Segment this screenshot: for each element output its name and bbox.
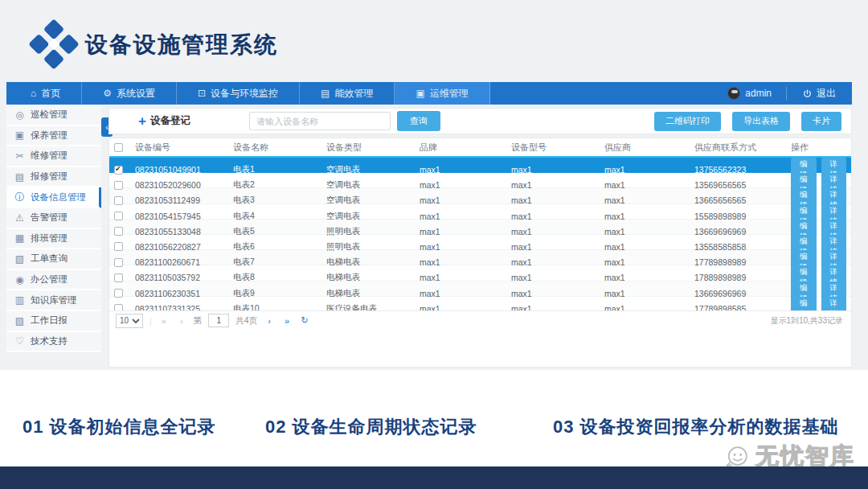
total-pages-label: 共4页 (235, 315, 257, 327)
sidebar-item-daily-report[interactable]: ▨ 工作日报 (6, 311, 101, 332)
table-row[interactable]: 08231105035792 电表8 电梯电表 max1 max1 max1 1… (109, 265, 851, 281)
sidebar-item-knowledge-base[interactable]: ▥ 知识库管理 (6, 290, 101, 311)
feature-caption-2: 02 设备生命周期状态记录 (265, 415, 477, 439)
cell-device-type: 空调电表 (326, 164, 420, 175)
table-row[interactable]: 08231107331325 电表10 医疗设备电表 max1 max1 max… (109, 297, 851, 312)
nav-tab-icon: ▤ (321, 88, 330, 99)
table-row[interactable]: 08231054157945 电表4 空调电表 max1 max1 max1 1… (109, 204, 851, 220)
refresh-icon[interactable]: ↻ (299, 315, 310, 326)
toolbar-actions: 二维码打印 导出表格 卡片 (654, 112, 841, 131)
device-name-search-input[interactable] (249, 112, 391, 130)
row-checkbox[interactable] (114, 196, 123, 205)
sidebar-item-icon: ♡ (14, 335, 25, 347)
qrcode-print-button[interactable]: 二维码打印 (654, 112, 721, 131)
sidebar-item-label: 设备信息管理 (31, 191, 86, 203)
row-checkbox[interactable] (114, 212, 123, 220)
col-supplier-contact: 供应商联系方式 (694, 142, 791, 154)
last-page-button[interactable]: » (281, 316, 293, 326)
page-number-input[interactable] (208, 314, 229, 327)
feature-number: 01 (23, 417, 43, 437)
cell-device-id: 08231052029600 (135, 180, 233, 190)
sidebar-item-workorder-query[interactable]: ▧ 工单查询 (6, 249, 101, 270)
col-model: 设备型号 (511, 142, 604, 154)
query-button[interactable]: 查询 (397, 111, 440, 131)
cell-model: max1 (511, 165, 604, 175)
sidebar-item-label: 排班管理 (31, 232, 68, 244)
col-actions: 操作 (791, 142, 846, 154)
sidebar-item-repair-report[interactable]: ▤ 报修管理 (6, 167, 101, 188)
cell-device-name: 电表7 (233, 257, 326, 268)
cell-device-name: 电表6 (233, 241, 326, 253)
col-device-name: 设备名称 (233, 142, 326, 154)
cell-device-type: 照明电表 (326, 241, 420, 253)
nav-tab-label: 设备与环境监控 (211, 87, 278, 101)
row-checkbox[interactable] (114, 242, 123, 251)
cell-supplier: max1 (604, 242, 694, 252)
cell-device-type: 电梯电表 (326, 288, 420, 299)
feature-label: 设备投资回报率分析的数据基础 (580, 417, 839, 437)
row-checkbox[interactable] (114, 181, 123, 190)
nav-tab-label: 运维管理 (430, 87, 469, 101)
cell-brand: max1 (420, 180, 511, 190)
table-row[interactable]: 08231051049901 电表1 空调电表 max1 max1 max1 1… (109, 158, 851, 173)
cell-device-type: 空调电表 (326, 195, 420, 206)
table-row[interactable]: 08231052029600 电表2 空调电表 max1 max1 max1 1… (109, 173, 851, 188)
device-table: 设备编号 设备名称 设备类型 品牌 设备型号 供应商 供应商联系方式 操作 08… (108, 138, 852, 368)
table-row[interactable]: 08231055133048 电表5 照明电表 max1 max1 max1 1… (109, 220, 851, 235)
user-menu[interactable]: admin (713, 87, 786, 100)
sidebar-item-scheduling[interactable]: ▦ 排班管理 (6, 229, 101, 250)
sidebar-item-label: 报修管理 (31, 171, 68, 183)
sidebar-item-office[interactable]: ◉ 办公管理 (6, 270, 101, 291)
sidebar-item-upkeep[interactable]: ▣ 保养管理 (6, 126, 101, 147)
page-size-select[interactable]: 10 (116, 314, 143, 328)
nav-tab-ops-mgmt[interactable]: ▣ 运维管理 (395, 82, 489, 105)
row-checkbox[interactable] (114, 227, 123, 236)
nav-tab-label: 能效管理 (334, 87, 373, 101)
sidebar-item-alarm[interactable]: ⚠ 告警管理 (6, 208, 101, 229)
row-checkbox[interactable] (114, 166, 123, 175)
table-header-row: 设备编号 设备名称 设备类型 品牌 设备型号 供应商 供应商联系方式 操作 (109, 138, 851, 158)
app-logo-icon (29, 19, 79, 69)
table-row[interactable]: 08231056220827 电表6 照明电表 max1 max1 max1 1… (109, 235, 851, 250)
next-page-button[interactable]: › (264, 316, 275, 326)
cell-brand: max1 (420, 242, 511, 252)
table-row[interactable]: 08231100260671 电表7 电梯电表 max1 max1 max1 1… (109, 250, 851, 265)
cell-brand: max1 (420, 195, 511, 205)
logout-button[interactable]: 退出 (786, 87, 852, 101)
feature-label: 设备初始信息全记录 (50, 417, 216, 437)
nav-tab-system-settings[interactable]: ⚙ 系统设置 (82, 82, 177, 105)
row-checkbox[interactable] (114, 273, 123, 282)
device-register-button[interactable]: + 设备登记 (138, 114, 190, 128)
topnav-right: admin 退出 (713, 82, 852, 105)
cell-device-id: 08231055133048 (135, 227, 233, 236)
sidebar-item-icon: ▥ (14, 294, 25, 306)
power-icon (803, 89, 812, 98)
cell-device-id: 08231100260671 (135, 257, 233, 267)
nav-tab-energy-mgmt[interactable]: ▤ 能效管理 (300, 82, 395, 105)
sidebar-item-device-info[interactable]: ⓘ 设备信息管理 (6, 187, 101, 208)
feature-number: 03 (553, 417, 574, 437)
sidebar-item-repair[interactable]: ✂ 维修管理 (6, 146, 101, 167)
cell-device-name: 电表1 (233, 164, 326, 175)
prev-page-button[interactable]: ‹ (176, 316, 187, 326)
sidebar-item-inspection[interactable]: ◎ 巡检管理 (6, 105, 101, 126)
table-row[interactable]: 08231106230351 电表9 电梯电表 max1 max1 max1 1… (109, 281, 851, 297)
nav-tab-home[interactable]: ⌂ 首页 (6, 82, 82, 105)
logout-label: 退出 (817, 87, 836, 101)
table-row[interactable]: 08231053112499 电表3 空调电表 max1 max1 max1 1… (109, 188, 851, 203)
first-page-button[interactable]: « (158, 316, 170, 326)
card-view-button[interactable]: 卡片 (801, 112, 841, 131)
sidebar-item-tech-support[interactable]: ♡ 技术支持 (6, 332, 101, 353)
cell-device-id: 08231051049901 (135, 165, 233, 175)
top-navigation: ⌂ 首页 ⚙ 系统设置 ⊡ 设备与环境监控 ▤ 能效管理 ▣ 运维管理 (6, 82, 852, 105)
export-table-button[interactable]: 导出表格 (732, 112, 790, 131)
nav-tab-device-env-monitor[interactable]: ⊡ 设备与环境监控 (177, 82, 300, 105)
cell-device-id: 08231106230351 (135, 289, 233, 298)
plus-icon: + (138, 114, 146, 128)
cell-supplier: max1 (604, 212, 694, 221)
row-checkbox[interactable] (114, 289, 123, 298)
cell-model: max1 (511, 273, 604, 282)
row-checkbox[interactable] (114, 258, 123, 267)
select-all-checkbox[interactable] (114, 143, 123, 152)
sidebar-item-icon: ◉ (14, 274, 25, 286)
